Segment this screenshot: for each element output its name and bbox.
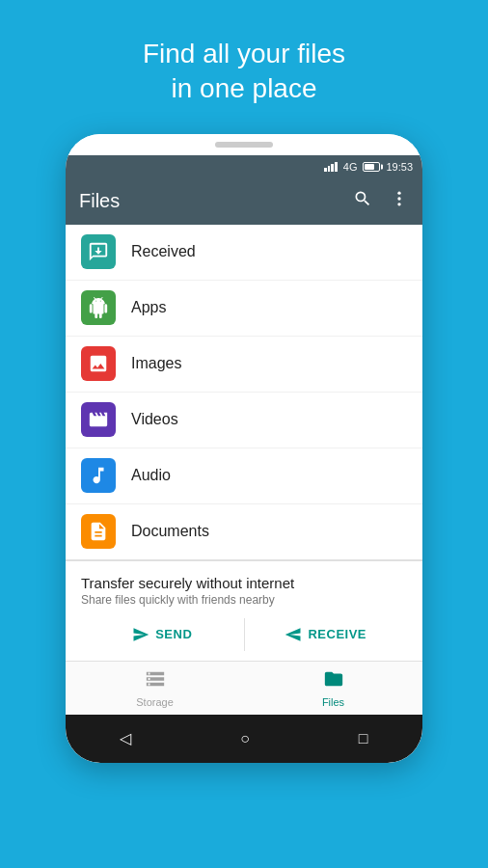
list-item-received[interactable]: Received [66, 225, 422, 281]
send-button[interactable]: SEND [81, 618, 244, 651]
list-item-documents[interactable]: Documents [66, 504, 422, 560]
documents-label: Documents [131, 523, 209, 540]
recent-apps-button[interactable]: □ [359, 730, 368, 747]
files-nav-label: Files [322, 696, 344, 708]
transfer-buttons: SEND RECEIVE [81, 618, 407, 651]
app-bar-icons [353, 189, 409, 213]
videos-label: Videos [131, 411, 178, 428]
nav-item-storage[interactable]: Storage [66, 662, 244, 715]
more-options-icon[interactable] [390, 189, 409, 213]
search-icon[interactable] [353, 189, 372, 213]
received-label: Received [131, 243, 196, 260]
apps-label: Apps [131, 299, 166, 316]
network-label: 4G [343, 161, 358, 173]
phone-speaker [215, 142, 273, 148]
files-nav-icon [323, 668, 344, 694]
svg-point-0 [397, 192, 400, 195]
audio-label: Audio [131, 467, 171, 484]
list-item-images[interactable]: Images [66, 337, 422, 393]
transfer-section: Transfer securely without internet Share… [66, 560, 422, 661]
time-label: 19:53 [386, 161, 413, 173]
documents-icon [81, 514, 116, 549]
apps-icon [81, 290, 116, 325]
hero-text: Find all your files in one place [143, 37, 345, 107]
nav-item-files[interactable]: Files [244, 662, 422, 715]
list-item-videos[interactable]: Videos [66, 393, 422, 448]
app-bar: Files [66, 178, 422, 225]
svg-point-1 [397, 198, 400, 201]
images-label: Images [131, 355, 181, 372]
images-icon [81, 346, 116, 381]
list-item-audio[interactable]: Audio [66, 448, 422, 504]
android-nav-bar: ◁ ○ □ [66, 715, 422, 763]
bottom-nav: Storage Files [66, 661, 422, 715]
videos-icon [81, 402, 116, 437]
transfer-subtitle: Share files quickly with friends nearby [81, 593, 407, 607]
transfer-title: Transfer securely without internet [81, 575, 407, 591]
storage-nav-icon [145, 668, 166, 694]
phone-frame: 4G 19:53 Files [66, 134, 422, 763]
storage-nav-label: Storage [136, 696, 174, 708]
list-item-apps[interactable]: Apps [66, 281, 422, 337]
status-bar: 4G 19:53 [66, 155, 422, 178]
receive-button[interactable]: RECEIVE [245, 618, 408, 651]
signal-icon [324, 162, 338, 172]
battery-icon [363, 162, 380, 172]
back-button[interactable]: ◁ [120, 729, 131, 747]
app-title: Files [79, 190, 120, 212]
phone-top-bar [66, 134, 422, 155]
home-button[interactable]: ○ [240, 730, 250, 747]
audio-icon [81, 458, 116, 493]
received-icon [81, 234, 116, 269]
svg-point-2 [397, 203, 400, 205]
file-list: Received Apps Images [66, 225, 422, 560]
